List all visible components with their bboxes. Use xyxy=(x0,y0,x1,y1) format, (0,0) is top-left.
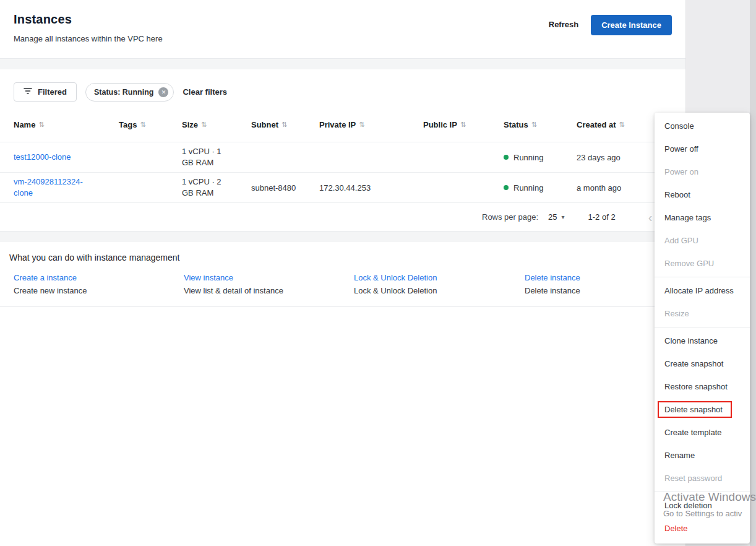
sort-icon: ⇅ xyxy=(619,121,625,129)
menu-divider xyxy=(655,327,750,327)
status-filter-chip-label: Status: Running xyxy=(94,88,154,97)
help-item-desc: Create new instance xyxy=(14,286,184,295)
help-links-grid: Create a instance Create new instance Vi… xyxy=(0,273,685,295)
status-label: Running xyxy=(513,183,543,193)
column-header-public-ip[interactable]: Public IP⇅ xyxy=(423,120,504,129)
pagination-bar: Rows per page: 25 ▾ 1-2 of 2 ‹ › xyxy=(0,202,685,231)
filtered-button-label: Filtered xyxy=(38,87,67,97)
column-header-subnet[interactable]: Subnet⇅ xyxy=(251,120,319,129)
create-instance-link[interactable]: Create a instance xyxy=(14,273,184,282)
section-gap xyxy=(0,59,685,69)
help-section-title: What you can do with instance management xyxy=(0,253,685,262)
scrollbar[interactable] xyxy=(750,0,756,546)
rows-per-page-label: Rows per page: xyxy=(482,212,538,222)
menu-divider xyxy=(655,492,750,492)
create-instance-button[interactable]: Create Instance xyxy=(591,15,672,35)
menu-item-reset-password: Reset password xyxy=(655,467,750,490)
column-header-label: Status xyxy=(504,120,528,129)
cell-size: 1 vCPU · 2 GB RAM xyxy=(182,173,251,202)
column-header-tags[interactable]: Tags⇅ xyxy=(119,120,182,129)
menu-item-clone-instance[interactable]: Clone instance xyxy=(655,329,750,352)
help-item-desc: View list & detail of instance xyxy=(184,286,354,295)
refresh-button[interactable]: Refresh xyxy=(546,15,581,34)
menu-item-resize: Resize xyxy=(655,302,750,325)
filter-icon xyxy=(24,87,32,97)
target-highlight-box: Delete snapshot xyxy=(658,401,732,418)
menu-item-create-snapshot[interactable]: Create snapshot xyxy=(655,352,750,375)
page-header-text: Instances Manage all instances within th… xyxy=(14,12,163,58)
column-header-private-ip[interactable]: Private IP⇅ xyxy=(319,120,423,129)
help-item-desc: Lock & Unlock Deletion xyxy=(354,286,525,295)
clear-filters-button[interactable]: Clear filters xyxy=(183,87,227,97)
sort-icon: ⇅ xyxy=(201,121,207,129)
menu-item-console[interactable]: Console xyxy=(655,115,750,137)
menu-item-lock-deletion[interactable]: Lock deletion xyxy=(655,494,750,517)
sort-icon: ⇅ xyxy=(38,121,44,129)
cell-name: vm-240928112324-clone xyxy=(14,173,119,202)
cell-size: 1 vCPU · 1 GB RAM xyxy=(182,142,251,172)
size-value: 1 vCPU · 2 GB RAM xyxy=(182,176,231,199)
instance-actions-menu: Console Power off Power on Reboot Manage… xyxy=(655,113,750,544)
filter-bar: Filtered Status: Running ✕ Clear filters xyxy=(0,82,685,102)
menu-item-create-template[interactable]: Create template xyxy=(655,421,750,444)
chip-close-icon[interactable]: ✕ xyxy=(158,87,168,97)
rows-per-page-value: 25 xyxy=(548,212,557,222)
menu-item-delete-snapshot[interactable]: Delete snapshot xyxy=(655,398,750,421)
column-header-label: Private IP xyxy=(319,120,356,129)
rows-per-page-select[interactable]: 25 ▾ xyxy=(548,212,565,222)
cell-tags xyxy=(119,154,182,161)
instance-link[interactable]: test12000-clone xyxy=(14,152,71,163)
page-subtitle: Manage all instances within the VPC here xyxy=(14,34,163,43)
menu-item-manage-tags[interactable]: Manage tags xyxy=(655,206,750,229)
table-row: vm-240928112324-clone 1 vCPU · 2 GB RAM … xyxy=(0,172,685,202)
help-section: What you can do with instance management… xyxy=(0,242,685,307)
main-content: Instances Manage all instances within th… xyxy=(0,0,685,307)
cell-subnet xyxy=(251,154,319,161)
filtered-button[interactable]: Filtered xyxy=(14,82,77,102)
status-filter-chip[interactable]: Status: Running ✕ xyxy=(85,83,174,102)
menu-item-restore-snapshot[interactable]: Restore snapshot xyxy=(655,375,750,398)
view-instance-link[interactable]: View instance xyxy=(184,273,354,282)
cell-status: Running xyxy=(504,180,577,196)
caret-down-icon: ▾ xyxy=(562,214,565,220)
column-header-label: Tags xyxy=(119,120,137,129)
column-header-status[interactable]: Status⇅ xyxy=(504,120,577,129)
column-header-label: Created at xyxy=(577,120,616,129)
menu-item-power-on: Power on xyxy=(655,160,750,183)
sort-icon: ⇅ xyxy=(531,121,537,129)
page-title: Instances xyxy=(14,12,163,27)
cell-name: test12000-clone xyxy=(14,148,119,167)
table-row: test12000-clone 1 vCPU · 1 GB RAM Runnin… xyxy=(0,142,685,172)
instance-link[interactable]: vm-240928112324-clone xyxy=(14,176,89,199)
size-value: 1 vCPU · 1 GB RAM xyxy=(182,146,231,168)
column-header-size[interactable]: Size⇅ xyxy=(182,120,251,129)
cell-public-ip xyxy=(423,154,504,161)
menu-item-reboot[interactable]: Reboot xyxy=(655,183,750,206)
status-label: Running xyxy=(513,153,543,162)
header-actions: Refresh Create Instance xyxy=(546,12,672,58)
cell-private-ip: 172.30.44.253 xyxy=(319,180,423,196)
menu-item-remove-gpu: Remove GPU xyxy=(655,252,750,275)
help-item-lock-unlock-deletion: Lock & Unlock Deletion Lock & Unlock Del… xyxy=(354,273,525,295)
cell-private-ip xyxy=(319,154,423,161)
column-header-name[interactable]: Name⇅ xyxy=(14,120,119,129)
cell-subnet: subnet-8480 xyxy=(251,180,319,196)
help-item-view-instance: View instance View list & detail of inst… xyxy=(184,273,354,295)
help-item-create-instance: Create a instance Create new instance xyxy=(14,273,184,295)
column-header-label: Public IP xyxy=(423,120,457,129)
status-running-icon xyxy=(504,185,509,190)
menu-item-add-gpu: Add GPU xyxy=(655,229,750,252)
page-header: Instances Manage all instances within th… xyxy=(0,0,685,59)
cell-status: Running xyxy=(504,149,577,166)
menu-item-label: Delete snapshot xyxy=(664,405,723,414)
menu-item-delete[interactable]: Delete xyxy=(655,517,750,540)
sort-icon: ⇅ xyxy=(140,121,145,129)
menu-item-rename[interactable]: Rename xyxy=(655,444,750,467)
sort-icon: ⇅ xyxy=(281,121,287,129)
section-gap xyxy=(0,232,685,242)
lock-unlock-deletion-link[interactable]: Lock & Unlock Deletion xyxy=(354,273,525,282)
menu-item-allocate-ip-address[interactable]: Allocate IP address xyxy=(655,279,750,302)
column-header-label: Size xyxy=(182,120,198,129)
menu-item-power-off[interactable]: Power off xyxy=(655,137,750,160)
menu-divider xyxy=(655,277,750,277)
